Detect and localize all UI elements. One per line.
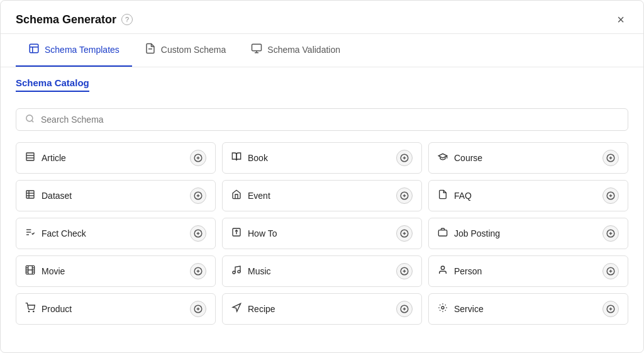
recipe-label: Recipe: [248, 304, 275, 314]
schema-card-event[interactable]: Event: [222, 180, 422, 211]
schema-card-product[interactable]: Product: [16, 293, 216, 325]
search-input[interactable]: [41, 115, 619, 125]
event-label: Event: [248, 191, 270, 201]
tab-schema-validation[interactable]: Schema Validation: [238, 34, 353, 67]
card-left: Event: [231, 189, 270, 202]
book-icon: [231, 152, 242, 164]
search-bar[interactable]: [16, 108, 628, 131]
person-add-button[interactable]: [602, 263, 619, 279]
tab-schema-templates[interactable]: Schema Templates: [16, 34, 132, 67]
course-label: Course: [454, 153, 482, 163]
fact-check-icon: [25, 227, 35, 240]
svg-rect-4: [252, 44, 262, 51]
tab-custom-schema[interactable]: Custom Schema: [132, 34, 238, 67]
job-posting-icon: [438, 227, 448, 240]
card-left: Book: [231, 152, 268, 164]
article-icon: [25, 152, 35, 164]
fact-check-add-button[interactable]: [190, 225, 206, 242]
course-icon: [438, 152, 448, 164]
service-add-button[interactable]: [602, 301, 619, 317]
schema-card-music[interactable]: Music: [222, 255, 422, 287]
movie-icon: [25, 265, 35, 277]
schema-card-service[interactable]: Service: [428, 293, 628, 325]
card-left: Article: [25, 152, 66, 164]
music-add-button[interactable]: [396, 263, 413, 279]
svg-rect-9: [26, 153, 34, 160]
how-to-add-button[interactable]: [396, 225, 413, 242]
main-content: Schema Catalog ArticleBookCourseDatasetE…: [1, 67, 643, 352]
schema-card-how-to[interactable]: How To: [222, 218, 422, 249]
music-label: Music: [248, 266, 271, 276]
card-left: Music: [231, 265, 271, 277]
svg-point-70: [33, 311, 34, 311]
schema-card-faq[interactable]: FAQ: [428, 180, 628, 211]
title-group: Schema Generator ?: [16, 13, 133, 26]
how-to-label: How To: [248, 228, 277, 238]
card-left: Product: [25, 303, 72, 315]
card-left: Dataset: [25, 189, 72, 202]
movie-add-button[interactable]: [190, 263, 206, 279]
article-add-button[interactable]: [190, 150, 206, 166]
svg-point-60: [233, 271, 235, 274]
schema-card-course[interactable]: Course: [428, 142, 628, 174]
schema-card-recipe[interactable]: Recipe: [222, 293, 422, 325]
fact-check-label: Fact Check: [42, 228, 86, 238]
dataset-icon: [25, 189, 35, 202]
help-icon[interactable]: ?: [121, 14, 133, 25]
product-label: Product: [42, 304, 72, 314]
schema-card-job-posting[interactable]: Job Posting: [428, 218, 628, 249]
movie-label: Movie: [42, 266, 65, 276]
catalog-title: Schema Catalog: [16, 77, 89, 92]
person-icon: [438, 265, 448, 277]
event-icon: [231, 189, 242, 202]
job-posting-label: Job Posting: [454, 228, 500, 238]
svg-rect-0: [30, 44, 38, 53]
schema-card-fact-check[interactable]: Fact Check: [16, 218, 216, 249]
svg-point-7: [26, 115, 33, 121]
product-add-button[interactable]: [190, 301, 206, 317]
article-label: Article: [42, 153, 66, 163]
book-add-button[interactable]: [396, 150, 413, 166]
course-add-button[interactable]: [602, 150, 619, 166]
service-icon: [438, 303, 448, 315]
schema-generator-dialog: Schema Generator ? × Schema Templates Cu…: [0, 0, 644, 353]
dataset-add-button[interactable]: [190, 188, 206, 204]
schema-card-dataset[interactable]: Dataset: [16, 180, 216, 211]
schema-validation-icon: [251, 43, 262, 57]
recipe-add-button[interactable]: [396, 301, 413, 317]
schema-card-person[interactable]: Person: [428, 255, 628, 287]
recipe-icon: [231, 303, 242, 315]
job-posting-add-button[interactable]: [602, 225, 619, 242]
schema-card-movie[interactable]: Movie: [16, 255, 216, 287]
card-left: Recipe: [231, 303, 275, 315]
schema-grid: ArticleBookCourseDatasetEventFAQFact Che…: [16, 142, 628, 325]
service-label: Service: [454, 304, 484, 314]
card-left: Movie: [25, 265, 65, 277]
schema-card-article[interactable]: Article: [16, 142, 216, 174]
card-left: Job Posting: [438, 227, 500, 240]
card-left: Person: [438, 265, 482, 277]
tab-schema-templates-label: Schema Templates: [45, 45, 119, 55]
event-add-button[interactable]: [396, 188, 413, 204]
svg-rect-45: [438, 230, 447, 236]
tab-bar: Schema Templates Custom Schema Schema Va…: [1, 34, 643, 67]
schema-templates-icon: [28, 43, 40, 57]
card-left: FAQ: [438, 189, 472, 202]
custom-schema-icon: [145, 43, 156, 57]
svg-point-61: [238, 271, 240, 273]
card-left: Service: [438, 303, 484, 315]
svg-line-8: [31, 120, 33, 122]
how-to-icon: [231, 227, 242, 240]
faq-icon: [438, 189, 448, 202]
faq-label: FAQ: [454, 191, 472, 201]
tab-schema-validation-label: Schema Validation: [267, 45, 340, 55]
close-button[interactable]: ×: [613, 12, 628, 27]
faq-add-button[interactable]: [602, 188, 619, 204]
svg-point-69: [28, 311, 29, 311]
tab-custom-schema-label: Custom Schema: [161, 45, 226, 55]
svg-rect-21: [26, 191, 34, 198]
book-label: Book: [248, 153, 268, 163]
schema-card-book[interactable]: Book: [222, 142, 422, 174]
svg-point-77: [441, 306, 444, 309]
search-icon: [25, 114, 35, 125]
